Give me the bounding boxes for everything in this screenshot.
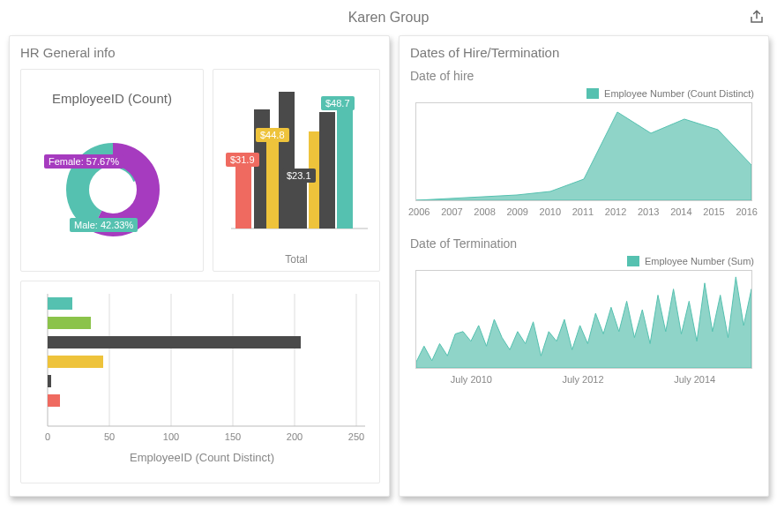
svg-marker-31 xyxy=(416,112,751,200)
term-legend: Employee Number (Sum) xyxy=(410,256,754,266)
hbar-axis-title: EmployeeID (Count Distinct) xyxy=(130,451,274,464)
svg-rect-22 xyxy=(48,356,103,368)
svg-rect-4 xyxy=(235,162,251,229)
panel-title-right: Dates of Hire/Termination xyxy=(410,45,758,60)
chart-date-of-hire[interactable] xyxy=(415,102,752,201)
term-legend-text: Employee Number (Sum) xyxy=(645,256,754,266)
chart-employee-gender-donut[interactable]: EmployeeID (Count) xyxy=(20,69,204,272)
svg-text:50: 50 xyxy=(104,431,115,442)
vbars-axis-label: Total xyxy=(213,253,379,266)
legend-swatch-icon xyxy=(586,88,599,99)
hire-x-ticks: 200620072008 200920102011 201220132014 2… xyxy=(408,206,758,217)
term-title: Date of Termination xyxy=(410,236,758,251)
legend-swatch-icon xyxy=(627,256,639,266)
panel-hr-general: HR General info EmployeeID (Count) xyxy=(9,35,390,497)
svg-rect-19 xyxy=(48,297,72,310)
hire-legend: Employee Number (Count Distinct) xyxy=(410,88,754,99)
chart-total-bars[interactable]: $31.9 $44.8 $23.1 $48.7 Total xyxy=(213,69,380,272)
svg-rect-8 xyxy=(291,180,307,229)
donut-title: EmployeeID (Count) xyxy=(21,91,203,106)
svg-text:150: 150 xyxy=(225,431,241,442)
hire-title: Date of hire xyxy=(410,69,758,83)
term-x-ticks: July 2010 July 2012 July 2014 xyxy=(415,374,751,385)
svg-rect-11 xyxy=(337,101,353,229)
svg-rect-24 xyxy=(48,394,60,407)
svg-rect-23 xyxy=(48,375,51,387)
svg-rect-10 xyxy=(319,112,335,229)
donut-label-male: Male: 42.33% xyxy=(70,218,138,232)
hire-legend-text: Employee Number (Count Distinct) xyxy=(604,88,754,99)
bar-label-c: $23.1 xyxy=(282,169,316,183)
chart-date-of-termination[interactable] xyxy=(415,270,752,369)
bar-label-b: $44.8 xyxy=(256,128,289,142)
svg-point-2 xyxy=(93,170,132,209)
panel-dates: Dates of Hire/Termination Date of hire E… xyxy=(399,35,769,497)
bar-label-a: $31.9 xyxy=(226,153,259,167)
svg-rect-21 xyxy=(48,336,301,348)
svg-text:100: 100 xyxy=(163,431,179,442)
donut-label-female: Female: 57.67% xyxy=(44,154,123,169)
svg-text:200: 200 xyxy=(287,431,303,442)
svg-text:250: 250 xyxy=(348,431,364,442)
svg-text:0: 0 xyxy=(45,431,50,442)
page-header: Karen Group xyxy=(0,0,777,35)
share-icon[interactable] xyxy=(749,9,765,25)
bar-label-d: $48.7 xyxy=(321,96,355,110)
svg-marker-32 xyxy=(416,277,751,368)
panel-title-left: HR General info xyxy=(20,45,378,60)
chart-employeeid-hbars[interactable]: 0 50 100 150 200 250 EmployeeID (Count D… xyxy=(20,281,380,483)
page-title: Karen Group xyxy=(348,10,430,26)
svg-rect-20 xyxy=(48,317,91,329)
